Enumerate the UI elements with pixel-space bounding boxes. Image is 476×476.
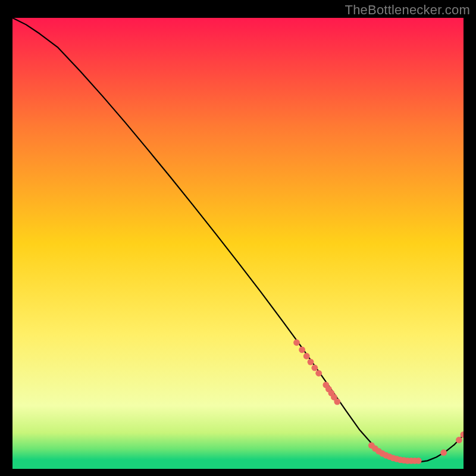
data-marker <box>440 449 447 456</box>
attribution-text: TheBottlenecker.com <box>345 2 470 18</box>
data-marker <box>308 359 314 365</box>
chart-stage: TheBottlenecker.com <box>0 0 476 476</box>
data-marker <box>315 370 322 377</box>
data-marker <box>303 353 310 359</box>
data-marker <box>415 458 422 464</box>
data-marker <box>293 339 300 346</box>
chart-plot-area <box>12 18 464 469</box>
chart-background-gradient <box>12 18 464 469</box>
data-marker <box>299 346 305 353</box>
data-marker <box>456 437 462 443</box>
data-marker <box>334 399 340 405</box>
data-marker <box>311 365 318 371</box>
chart-svg <box>12 18 464 469</box>
